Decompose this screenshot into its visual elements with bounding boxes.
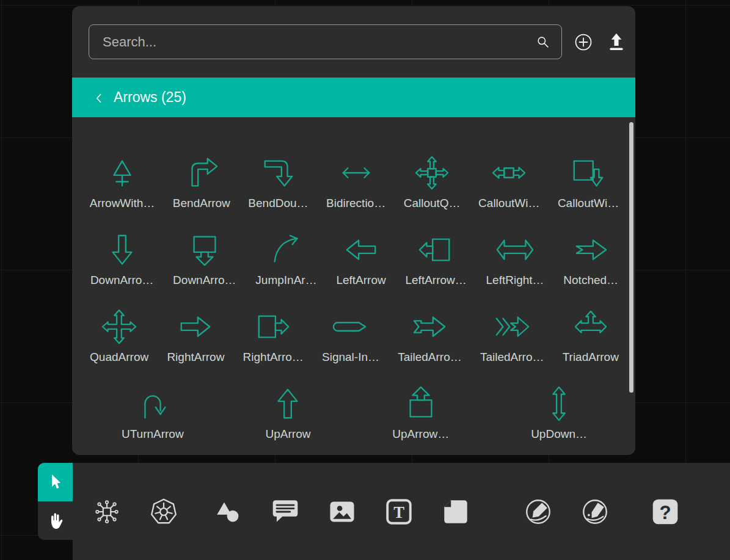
callout-leftright-icon bbox=[490, 154, 528, 192]
bottom-toolbar: T? bbox=[73, 463, 730, 560]
shape-item[interactable]: UpArrow bbox=[266, 385, 311, 441]
svg-text:?: ? bbox=[659, 501, 671, 523]
category-header-arrows[interactable]: Arrows (25) bbox=[72, 78, 635, 117]
quad-arrow-icon bbox=[100, 308, 138, 346]
uturn-arrow-icon bbox=[134, 385, 172, 423]
note-tool[interactable] bbox=[437, 493, 474, 530]
pointer-tool[interactable] bbox=[38, 463, 73, 501]
hand-icon bbox=[46, 511, 65, 531]
highlighter-tool[interactable] bbox=[577, 493, 613, 530]
cursor-tool-group bbox=[38, 463, 73, 540]
shape-item[interactable]: QuadArrow bbox=[90, 308, 148, 364]
updown-arrow-icon bbox=[540, 385, 578, 423]
toolbar-group bbox=[520, 493, 613, 530]
shape-label: DownArro… bbox=[90, 274, 153, 287]
panel-scrollbar[interactable] bbox=[629, 122, 633, 393]
shape-label: BendArrow bbox=[173, 197, 230, 210]
shape-item[interactable]: UpDown… bbox=[531, 385, 587, 441]
shape-row: UTurnArrowUpArrowUpArrow…UpDown… bbox=[81, 385, 628, 441]
shape-item[interactable]: RightArro… bbox=[243, 308, 304, 364]
arrow-with-icon bbox=[103, 154, 141, 192]
shape-label: CalloutQ… bbox=[404, 197, 461, 210]
pen-icon bbox=[523, 496, 553, 527]
shape-label: LeftRight… bbox=[486, 274, 544, 287]
shape-item[interactable]: Notched… bbox=[563, 231, 618, 287]
upload-shape-button[interactable] bbox=[605, 31, 628, 54]
shape-item[interactable]: LeftArrow bbox=[336, 231, 385, 287]
toolbar-group: T bbox=[210, 493, 474, 530]
shape-item[interactable]: DownArro… bbox=[90, 231, 153, 287]
shape-row: ArrowWith…BendArrowBendDou…Bidirectio…Ca… bbox=[81, 154, 628, 210]
shape-item[interactable]: CalloutWi… bbox=[558, 154, 619, 210]
shape-label: TriadArrow bbox=[563, 351, 619, 364]
shape-label: ArrowWith… bbox=[90, 197, 155, 210]
pen-tool[interactable] bbox=[520, 493, 557, 530]
bend-double-icon bbox=[259, 154, 297, 192]
search-input[interactable] bbox=[89, 25, 561, 59]
shape-item[interactable]: BendArrow bbox=[173, 154, 230, 210]
category-title: Arrows (25) bbox=[114, 89, 186, 106]
shape-label: TailedArro… bbox=[480, 351, 544, 364]
image-icon bbox=[327, 496, 357, 527]
leftright-arrow-icon bbox=[496, 231, 534, 269]
shape-label: RightArro… bbox=[243, 351, 304, 364]
circuit-icon bbox=[92, 496, 122, 527]
shape-label: UpArrow… bbox=[392, 427, 449, 441]
down-callout-icon bbox=[186, 231, 224, 269]
shapes-tool[interactable] bbox=[210, 493, 247, 530]
hand-tool[interactable] bbox=[38, 501, 73, 540]
image-tool[interactable] bbox=[324, 493, 360, 530]
shape-label: Signal-In… bbox=[322, 351, 379, 364]
text-icon: T bbox=[384, 496, 414, 527]
shape-label: CalloutWi… bbox=[478, 197, 539, 210]
shape-label: JumpInAr… bbox=[255, 274, 316, 287]
search-box bbox=[89, 24, 562, 59]
toolbar-group: ? bbox=[647, 493, 684, 530]
shape-item[interactable]: Bidirectio… bbox=[326, 154, 385, 210]
node-graph-tool[interactable] bbox=[89, 493, 125, 530]
shape-item[interactable]: RightArrow bbox=[167, 308, 224, 364]
shape-item[interactable]: CalloutQ… bbox=[404, 154, 461, 210]
shape-item[interactable]: TriadArrow bbox=[563, 308, 619, 364]
shape-item[interactable]: LeftRight… bbox=[486, 231, 544, 287]
shape-label: Notched… bbox=[563, 274, 618, 287]
shape-item[interactable]: Signal-In… bbox=[322, 308, 379, 364]
shape-item[interactable]: ArrowWith… bbox=[90, 154, 155, 210]
shape-label: LeftArrow bbox=[336, 274, 385, 287]
shape-item[interactable]: UpArrow… bbox=[392, 385, 449, 441]
callout-down-icon bbox=[569, 154, 607, 192]
shape-item[interactable]: DownArro… bbox=[173, 231, 236, 287]
shape-item[interactable]: LeftArrow… bbox=[405, 231, 466, 287]
shape-item[interactable]: CalloutWi… bbox=[478, 154, 539, 210]
shape-label: CalloutWi… bbox=[558, 197, 619, 210]
cursor-icon bbox=[46, 473, 65, 492]
triad-arrow-icon bbox=[572, 308, 610, 346]
help-button[interactable]: ? bbox=[647, 493, 684, 530]
shape-item[interactable]: JumpInAr… bbox=[255, 231, 316, 287]
add-circle-icon bbox=[572, 31, 595, 54]
right-callout-icon bbox=[254, 308, 292, 346]
comment-tool[interactable] bbox=[267, 493, 304, 530]
shape-label: BendDou… bbox=[248, 197, 308, 210]
shape-item[interactable]: TailedArro… bbox=[398, 308, 462, 364]
diagram-canvas[interactable]: Arrows (25) ArrowWith…BendArrowBendDou…B… bbox=[0, 0, 730, 560]
shape-label: UpDown… bbox=[531, 427, 587, 441]
kubernetes-tool[interactable] bbox=[145, 493, 182, 530]
highlighter-icon bbox=[580, 496, 610, 527]
shapes-icon bbox=[213, 496, 244, 527]
shape-item[interactable]: BendDou… bbox=[248, 154, 308, 210]
text-tool[interactable]: T bbox=[381, 493, 417, 530]
shape-item[interactable]: TailedArro… bbox=[480, 308, 544, 364]
shape-label: LeftArrow… bbox=[405, 274, 466, 287]
shape-label: RightArrow bbox=[167, 351, 224, 364]
signal-icon bbox=[332, 308, 370, 346]
notched-arrow-icon bbox=[572, 231, 610, 269]
left-arrow-icon bbox=[342, 231, 380, 269]
up-callout-icon bbox=[402, 385, 440, 423]
add-shape-button[interactable] bbox=[572, 31, 595, 54]
panel-search-row bbox=[72, 6, 635, 59]
shape-item[interactable]: UTurnArrow bbox=[122, 385, 184, 441]
bend-arrow-icon bbox=[183, 154, 221, 192]
chevron-left-icon bbox=[93, 92, 105, 104]
shape-row: DownArro…DownArro…JumpInAr…LeftArrowLeft… bbox=[81, 231, 628, 287]
